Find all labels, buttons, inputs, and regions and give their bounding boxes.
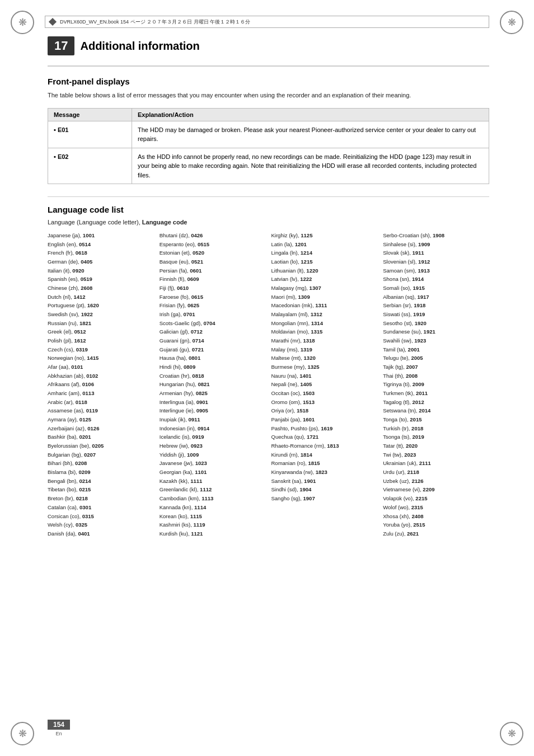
lang-code: 1612 <box>74 337 86 344</box>
lang-entry: Tigrinya (ti), 2009 <box>383 380 489 389</box>
lang-entry: Italian (it), 0920 <box>48 266 154 275</box>
lang-entry: Serbo-Croatian (sh), 1908 <box>383 231 489 240</box>
lang-entry: Bislama (bi), 0209 <box>48 468 154 477</box>
lang-entry: Georgian (ka), 1101 <box>160 468 266 477</box>
lang-code-subtitle: Language (Language code letter), Languag… <box>48 219 489 226</box>
lang-code: 1814 <box>301 452 312 458</box>
lang-code: 2315 <box>411 504 423 510</box>
lang-code: 1904 <box>299 486 311 492</box>
lang-entry: Japanese (ja), 1001 <box>48 231 154 240</box>
lang-entry: Amharic (am), 0113 <box>48 389 154 398</box>
top-bar: DVRLX60D_WV_EN.book 154 ページ ２０７年３月２６日 月曜… <box>45 16 489 28</box>
lang-code: 1518 <box>297 407 308 414</box>
section-divider <box>48 196 489 197</box>
lang-entry: Bulgarian (bg), 0207 <box>48 450 154 459</box>
lang-code: 0914 <box>198 425 209 431</box>
lang-entry: Zulu (zu), 2621 <box>383 529 489 538</box>
lang-code: 0825 <box>196 390 208 396</box>
lang-entry: Finnish (fi), 0609 <box>160 275 266 284</box>
lang-code: 0214 <box>79 478 91 484</box>
lang-entry: Sindhi (sd), 1904 <box>271 485 378 494</box>
lang-entry: Polish (pl), 1612 <box>48 336 154 345</box>
corner-decoration-br: ❋ <box>495 717 528 750</box>
lang-code: 0319 <box>76 346 88 353</box>
lang-col-2: Bhutani (dz), 0426Esperanto (eo), 0515Es… <box>160 231 266 538</box>
lang-entry: Hungarian (hu), 0821 <box>160 380 266 389</box>
lang-entry: Serbian (sr), 1918 <box>383 301 489 310</box>
lang-entry: Bhutani (dz), 0426 <box>160 231 266 240</box>
lang-entry: Welsh (cy), 0325 <box>48 520 154 529</box>
lang-entry: Pashto, Pushto (ps), 1619 <box>271 424 378 433</box>
lang-entry: Tatar (tt), 2020 <box>383 442 489 450</box>
lang-entry: Inupiak (ik), 0911 <box>160 415 266 424</box>
lang-code: 2015 <box>410 416 421 422</box>
lang-entry: Czech (cs), 0319 <box>48 345 154 354</box>
lang-code: 1601 <box>303 416 315 422</box>
lang-entry: Croatian (hr), 0818 <box>160 372 266 381</box>
lang-entry: Fiji (fj), 0610 <box>160 284 266 293</box>
lang-entry: Slovak (sk), 1911 <box>383 248 489 257</box>
lang-entry: Shona (sn), 1914 <box>383 275 489 284</box>
lang-code: 1125 <box>301 232 312 238</box>
lang-code: 1320 <box>304 355 316 361</box>
lang-code: 1908 <box>433 232 444 238</box>
lang-col-1: Japanese (ja), 1001English (en), 0514Fre… <box>48 231 154 538</box>
lang-code: 1214 <box>301 250 312 256</box>
lang-entry: Hindi (hi), 0809 <box>160 363 266 372</box>
lang-code: 1412 <box>73 294 85 300</box>
lang-code: 0113 <box>82 390 94 396</box>
lang-entry: Spanish (es), 0519 <box>48 275 154 284</box>
lang-entry: Chinese (zh), 2608 <box>48 284 154 293</box>
lang-entry: Burmese (my), 1325 <box>271 363 378 372</box>
lang-code: 0610 <box>177 285 189 291</box>
lang-code: 1920 <box>415 320 427 326</box>
lang-code: 1721 <box>307 434 318 440</box>
lang-code: 1113 <box>202 495 213 501</box>
lang-code: 0401 <box>78 530 90 537</box>
lang-code: 2215 <box>415 495 427 501</box>
corner-ornament-br: ❋ <box>500 722 523 745</box>
lang-code: 2023 <box>404 452 416 458</box>
lang-code: 1318 <box>303 337 315 344</box>
lang-code: 2007 <box>406 364 418 370</box>
error-table: Message Explanation/Action • E01 The HDD… <box>48 108 489 185</box>
lang-code: 1319 <box>301 346 312 353</box>
lang-code: 0521 <box>191 259 203 265</box>
lang-code: 2005 <box>411 355 423 361</box>
lang-code: 1312 <box>311 311 322 317</box>
lang-code: 1307 <box>310 285 321 291</box>
lang-entry: Latin (la), 1201 <box>271 240 378 249</box>
lang-entry: Dutch (nl), 1412 <box>48 293 154 302</box>
lang-entry: Nauru (na), 1401 <box>271 372 378 381</box>
lang-entry: Azerbaijani (az), 0126 <box>48 424 154 433</box>
lang-code: 2111 <box>419 460 431 466</box>
lang-entry: Rhaeto-Romance (rm), 1813 <box>271 442 378 450</box>
lang-entry: Bashkir (ba), 0201 <box>48 433 154 442</box>
lang-code: 0519 <box>81 276 92 282</box>
lang-entry: Tagalog (tl), 2012 <box>383 398 489 407</box>
lang-code: 0905 <box>196 407 208 414</box>
front-panel-heading: Front-panel displays <box>48 77 489 86</box>
lang-code: 1315 <box>311 328 322 335</box>
lang-code: 2008 <box>406 373 418 379</box>
lang-code: 1915 <box>413 285 425 291</box>
lang-code: 0615 <box>191 294 203 300</box>
lang-entry: Greek (el), 0512 <box>48 327 154 336</box>
lang-entry: Maori (mi), 1309 <box>271 293 378 302</box>
lang-entry: Yoruba (yo), 2515 <box>383 520 489 529</box>
lang-entry: Kirghiz (ky), 1125 <box>271 231 378 240</box>
lang-code: 1401 <box>299 373 311 379</box>
lang-entry: Arabic (ar), 0118 <box>48 398 154 407</box>
lang-code: 2011 <box>416 390 428 396</box>
lang-code: 1912 <box>418 259 430 265</box>
lang-entry: Uzbek (uz), 2126 <box>383 477 489 486</box>
lang-code: 1114 <box>194 504 206 510</box>
lang-entry: Turkish (tr), 2018 <box>383 424 489 433</box>
lang-entry: Esperanto (eo), 0515 <box>160 240 266 249</box>
lang-entry: Persian (fa), 0601 <box>160 266 266 275</box>
lang-entry: Albanian (sq), 1917 <box>383 293 489 302</box>
lang-entry: Basque (eu), 0521 <box>160 257 266 266</box>
lang-code: 2126 <box>411 478 423 484</box>
lang-entry: Quechua (qu), 1721 <box>271 433 378 442</box>
lang-code: 1907 <box>303 495 315 501</box>
